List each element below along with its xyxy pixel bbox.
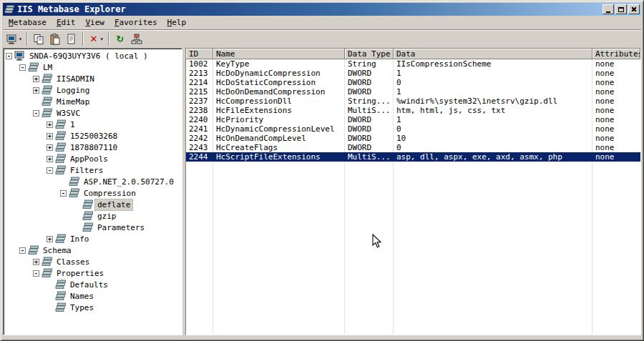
menu-item-metabase[interactable]: Metabase <box>4 16 52 29</box>
tree-item-w3svc[interactable]: -W3SVC <box>4 107 182 119</box>
tree-item-iisadmin[interactable]: +IISADMIN <box>4 73 182 84</box>
node-icon <box>55 165 68 175</box>
table-row-2213[interactable]: 2213HcDoDynamicCompressionDWORD1none <box>186 69 640 78</box>
tree: -SNDA-69Q3UYY3V6 ( local )-LM+IISADMIN+L… <box>3 48 182 335</box>
network-button[interactable] <box>129 31 145 47</box>
table-row-2238[interactable]: 2238HcFileExtensionsMultiS...htm, html, … <box>186 106 640 115</box>
table-row-2214[interactable]: 2214HcDoStaticCompressionDWORD0none <box>186 78 640 87</box>
menu-item-view[interactable]: View <box>80 16 109 29</box>
expander-icon[interactable]: + <box>47 144 53 151</box>
tree-item-logging[interactable]: +Logging <box>4 84 182 96</box>
tree-item-label: Filters <box>68 165 105 176</box>
expander-icon[interactable]: - <box>6 53 12 59</box>
tree-item-1525003268[interactable]: +1525003268 <box>4 130 182 142</box>
tree-item-gzip[interactable]: gzip <box>4 210 182 222</box>
table-row-2244[interactable]: 2244HcScriptFileExtensionsMultiS...asp, … <box>186 152 640 162</box>
dropdown-arrow-icon[interactable]: ▾ <box>100 36 104 42</box>
dropdown-arrow-icon[interactable]: ▾ <box>19 36 22 42</box>
cell: HcScriptFileExtensions <box>213 152 345 162</box>
expander-icon[interactable]: + <box>33 76 39 82</box>
title-bar[interactable]: IIS Metabase Explorer <box>3 3 641 16</box>
expander-icon[interactable]: - <box>60 190 67 197</box>
tree-item-parameters[interactable]: Parameters <box>4 222 182 233</box>
window-title: IIS Metabase Explorer <box>17 4 602 14</box>
properties-button[interactable] <box>64 31 79 47</box>
tree-item-label: W3SVC <box>54 108 82 119</box>
tree-item-deflate[interactable]: deflate <box>4 199 182 210</box>
tree-item-classes[interactable]: +Classes <box>4 256 182 267</box>
table-row-2243[interactable]: 2243HcCreateFlagsDWORD0none <box>186 143 640 152</box>
expander-icon[interactable]: + <box>33 259 39 265</box>
tree-item-info[interactable]: +Info <box>4 233 182 244</box>
toolbar-separator <box>82 33 84 46</box>
table-row-2241[interactable]: 2241HcDynamicCompressionLevelDWORD0none <box>186 124 640 134</box>
node-icon <box>55 131 68 141</box>
expander-spacer <box>47 302 54 313</box>
window-controls <box>602 4 640 14</box>
tree-item-types[interactable]: Types <box>4 302 182 313</box>
tree-item-apppools[interactable]: +AppPools <box>4 153 182 164</box>
expander-icon[interactable]: - <box>19 247 26 254</box>
maximize-button[interactable] <box>615 4 627 14</box>
tree-item-label: Classes <box>54 257 92 267</box>
cell: HcDoDynamicCompression <box>213 69 345 78</box>
tree-item-compression[interactable]: -Compression <box>4 187 182 199</box>
tree-item-lm[interactable]: -LM <box>4 61 182 73</box>
column-header-data-type[interactable]: Data Type <box>345 49 394 59</box>
tree-item-asp-net-2-0-50727-0[interactable]: ASP.NET_2.0.50727.0 <box>4 176 182 187</box>
refresh-button[interactable]: ↻ <box>112 31 128 47</box>
expander-icon[interactable]: - <box>33 270 39 277</box>
tree-item-label: ASP.NET_2.0.50727.0 <box>82 177 176 187</box>
tree-item-filters[interactable]: -Filters <box>4 164 182 176</box>
copy-icon <box>33 34 44 45</box>
copy-button[interactable] <box>31 31 47 47</box>
expander-icon[interactable]: - <box>47 167 53 174</box>
column-header-data[interactable]: Data <box>394 49 592 59</box>
cell: HcDoStaticCompression <box>213 78 345 87</box>
tree-item-1[interactable]: +1 <box>4 119 182 130</box>
cell: HcFileExtensions <box>213 106 345 115</box>
node-icon <box>82 199 95 209</box>
expander-spacer <box>74 210 82 222</box>
minimize-button[interactable] <box>602 4 614 14</box>
tree-item-1878807110[interactable]: +1878807110 <box>4 142 182 153</box>
table-row-2242[interactable]: 2242HcOnDemandCompLevelDWORD10none <box>186 134 640 143</box>
tree-item-names[interactable]: Names <box>4 290 182 302</box>
tree-item-snda-69q3uyy3v6-local[interactable]: -SNDA-69Q3UYY3V6 ( local ) <box>4 50 182 61</box>
close-button[interactable] <box>628 4 640 14</box>
tree-item-defaults[interactable]: Defaults <box>4 279 182 290</box>
expander-icon[interactable]: + <box>47 236 53 242</box>
expander-icon[interactable]: + <box>33 87 39 94</box>
menu-item-help[interactable]: Help <box>162 16 192 29</box>
table-row-2237[interactable]: 2237HcCompressionDllString...%windir%\sy… <box>186 97 640 106</box>
delete-button[interactable]: ✕▾ <box>87 31 105 47</box>
tree-item-mimemap[interactable]: MimeMap <box>4 96 182 107</box>
paste-button[interactable] <box>47 31 63 47</box>
menu-item-favorites[interactable]: Favorites <box>109 16 162 29</box>
cell: 1 <box>394 115 592 124</box>
toolbar: ▾✕▾↻ <box>3 29 641 48</box>
expander-icon[interactable]: + <box>47 133 53 139</box>
column-header-name[interactable]: Name <box>213 49 345 59</box>
expander-icon[interactable]: + <box>47 122 53 128</box>
table-row-2240[interactable]: 2240HcPriorityDWORD1none <box>186 115 640 124</box>
tree-item-properties[interactable]: -Properties <box>4 267 182 279</box>
tree-item-label: deflate <box>95 199 132 210</box>
expander-icon[interactable]: - <box>33 110 39 117</box>
expander-icon[interactable]: - <box>19 64 26 71</box>
cell: 2213 <box>186 69 213 78</box>
menu-item-edit[interactable]: Edit <box>52 16 81 29</box>
table-row-2215[interactable]: 2215HcDoOnDemandCompressionDWORD1none <box>186 87 640 97</box>
node-icon <box>28 245 41 255</box>
table-row-1002[interactable]: 1002KeyTypeStringIIsCompressionSchemenon… <box>186 59 640 69</box>
node-icon <box>69 177 82 187</box>
column-header-attributes[interactable]: Attributes <box>592 49 640 59</box>
node-icon <box>55 119 68 129</box>
cell: htm, html, js, css, txt <box>394 106 592 115</box>
column-header-id[interactable]: ID <box>186 49 213 59</box>
cell: none <box>592 97 640 106</box>
expander-icon[interactable]: + <box>47 156 53 162</box>
tree-item-schema[interactable]: -Schema <box>4 244 182 256</box>
cell: String <box>345 59 394 69</box>
connect-button[interactable]: ▾ <box>5 31 24 47</box>
